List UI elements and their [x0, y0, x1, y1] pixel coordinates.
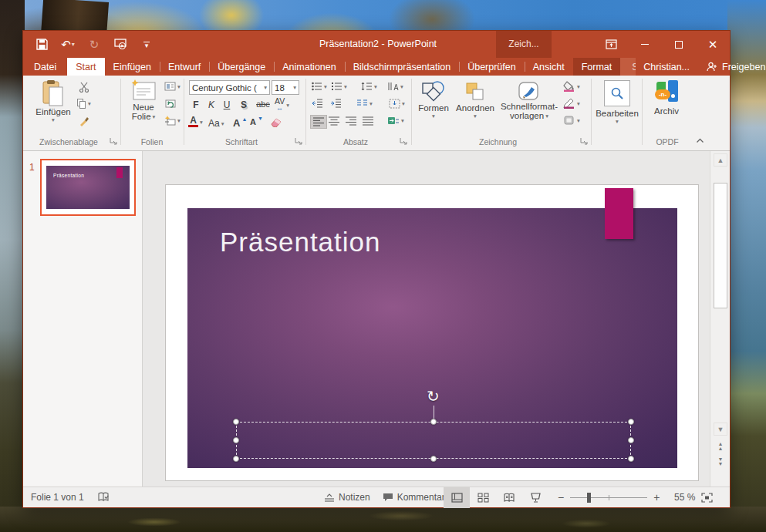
new-slide-button[interactable]: Neue Folie▾: [126, 79, 161, 121]
shapes-button[interactable]: Formen ▾: [417, 80, 450, 120]
tab-format[interactable]: Format: [573, 58, 621, 76]
resize-handle-bottom-center[interactable]: [430, 456, 437, 462]
slide-thumbnail[interactable]: Präsentation: [40, 159, 136, 216]
comments-button[interactable]: Kommentare: [383, 492, 450, 503]
bold-button[interactable]: F: [190, 99, 202, 110]
save-button[interactable]: [31, 35, 52, 55]
format-painter-button[interactable]: [79, 116, 89, 126]
columns-button[interactable]: ▾: [356, 99, 373, 108]
drawing-dialog-launcher[interactable]: [580, 137, 589, 146]
resize-handle-top-center[interactable]: [430, 419, 437, 425]
tab-start[interactable]: Start: [67, 58, 104, 76]
align-right-button[interactable]: [346, 116, 356, 126]
tell-me-box[interactable]: Sie wünsc: [620, 58, 636, 76]
resize-handle-bottom-left[interactable]: [233, 456, 239, 462]
redo-button[interactable]: ↻: [83, 35, 105, 55]
zoom-slider[interactable]: [570, 497, 647, 498]
cut-button[interactable]: [79, 82, 89, 93]
increase-font-size-button[interactable]: A▲: [233, 117, 247, 129]
slide-editor[interactable]: Präsentation ↻: [143, 151, 710, 487]
paragraph-dialog-launcher[interactable]: [400, 137, 409, 146]
previous-slide-button[interactable]: ▲▲: [714, 441, 727, 452]
clear-formatting-button[interactable]: [270, 116, 282, 127]
vertical-scrollbar[interactable]: ▲ ▼ ▲▲ ▼▼: [710, 151, 730, 487]
line-spacing-button[interactable]: ▾: [361, 82, 377, 91]
numbering-button[interactable]: ▾: [332, 82, 347, 91]
share-button[interactable]: Freigeben: [697, 58, 766, 76]
section-button[interactable]: ▾: [164, 116, 181, 126]
slide-background-shape[interactable]: Präsentation ↻: [187, 208, 677, 468]
font-dialog-launcher[interactable]: [295, 137, 304, 146]
decrease-indent-button[interactable]: [312, 99, 323, 108]
fit-to-window-button[interactable]: [701, 493, 713, 503]
strikethrough-button[interactable]: abc: [255, 99, 272, 109]
zoom-out-button[interactable]: −: [558, 491, 564, 503]
editing-button[interactable]: Bearbeiten ▾: [596, 80, 639, 125]
text-shadow-button[interactable]: S: [238, 99, 250, 110]
slideshow-view-button[interactable]: [522, 487, 548, 508]
bullets-button[interactable]: ▾: [312, 82, 327, 91]
resize-handle-middle-left[interactable]: [233, 437, 239, 443]
reset-slide-button[interactable]: [164, 99, 176, 109]
change-case-button[interactable]: Aa ▾: [208, 118, 224, 129]
scroll-down-button[interactable]: ▼: [714, 423, 727, 436]
shape-effects-button[interactable]: ▾: [563, 115, 580, 126]
minimize-button[interactable]: [628, 31, 662, 58]
account-name[interactable]: Christian...: [636, 58, 697, 76]
scrollbar-thumb[interactable]: [714, 183, 727, 308]
shape-fill-button[interactable]: ▾: [563, 81, 580, 92]
tab-einfuegen[interactable]: Einfügen: [105, 58, 160, 76]
spellcheck-button[interactable]: [98, 492, 110, 503]
slide-accent-rectangle[interactable]: [605, 188, 633, 239]
maximize-button[interactable]: [662, 31, 696, 58]
align-center-button[interactable]: [329, 116, 339, 126]
justify-button[interactable]: [363, 116, 373, 126]
close-button[interactable]: ✕: [696, 31, 730, 58]
font-size-combobox[interactable]: 18▾: [272, 80, 299, 95]
convert-smartart-button[interactable]: ▾: [387, 116, 404, 126]
rotation-handle[interactable]: ↻: [427, 389, 440, 404]
tab-entwurf[interactable]: Entwurf: [160, 58, 209, 76]
tab-uebergaenge[interactable]: Übergänge: [209, 58, 274, 76]
zoom-slider-thumb[interactable]: [587, 493, 591, 503]
text-direction-button[interactable]: ▾: [387, 82, 403, 91]
tab-ansicht[interactable]: Ansicht: [525, 58, 573, 76]
clipboard-dialog-launcher[interactable]: [110, 137, 119, 146]
customize-qat-button[interactable]: ▾: [136, 35, 157, 55]
zoom-level[interactable]: 55 %: [666, 492, 695, 503]
resize-handle-middle-right[interactable]: [628, 437, 634, 443]
resize-handle-top-left[interactable]: [233, 419, 239, 425]
arrange-button[interactable]: Anordnen ▾: [452, 80, 498, 120]
slide-thumbnail-panel[interactable]: 1 Präsentation: [23, 151, 143, 487]
start-slideshow-button[interactable]: [110, 35, 131, 55]
ribbon-display-options-button[interactable]: [594, 31, 628, 58]
normal-view-button[interactable]: [444, 487, 470, 508]
align-text-button[interactable]: ▾: [389, 99, 405, 109]
slide-canvas[interactable]: Präsentation ↻: [166, 185, 698, 480]
character-spacing-button[interactable]: AV↔ ▾: [275, 98, 289, 112]
font-color-button[interactable]: A ▾: [188, 116, 203, 127]
tab-animationen[interactable]: Animationen: [274, 58, 345, 76]
undo-button[interactable]: ↶▾: [57, 35, 79, 55]
reading-view-button[interactable]: [496, 487, 522, 508]
scroll-up-button[interactable]: ▲: [714, 153, 727, 167]
shape-outline-button[interactable]: ▾: [563, 98, 580, 109]
title-bar[interactable]: Zeich... ↶▾ ↻: [23, 31, 730, 58]
slide-sorter-view-button[interactable]: [470, 487, 496, 508]
tab-datei[interactable]: Datei: [23, 58, 67, 76]
quick-styles-button[interactable]: Schnellformat- vorlagen▾: [498, 80, 560, 120]
paste-button[interactable]: Einfügen ▾: [34, 79, 73, 123]
notes-button[interactable]: Notizen: [324, 492, 370, 503]
archive-button[interactable]: -n- Archiv: [648, 80, 685, 116]
font-name-combobox[interactable]: Century Gothic (▾: [189, 80, 270, 95]
zoom-in-button[interactable]: +: [653, 491, 660, 503]
selected-text-box[interactable]: ↻: [236, 422, 631, 459]
slide-title-text[interactable]: Präsentation: [220, 227, 381, 258]
tab-ueberpruefen[interactable]: Überprüfen: [459, 58, 525, 76]
decrease-font-size-button[interactable]: A▼: [250, 117, 263, 126]
italic-button[interactable]: K: [205, 99, 218, 110]
increase-indent-button[interactable]: [330, 99, 342, 108]
next-slide-button[interactable]: ▼▼: [714, 456, 727, 467]
copy-button[interactable]: ▾: [77, 99, 91, 109]
collapse-ribbon-button[interactable]: [696, 137, 704, 143]
